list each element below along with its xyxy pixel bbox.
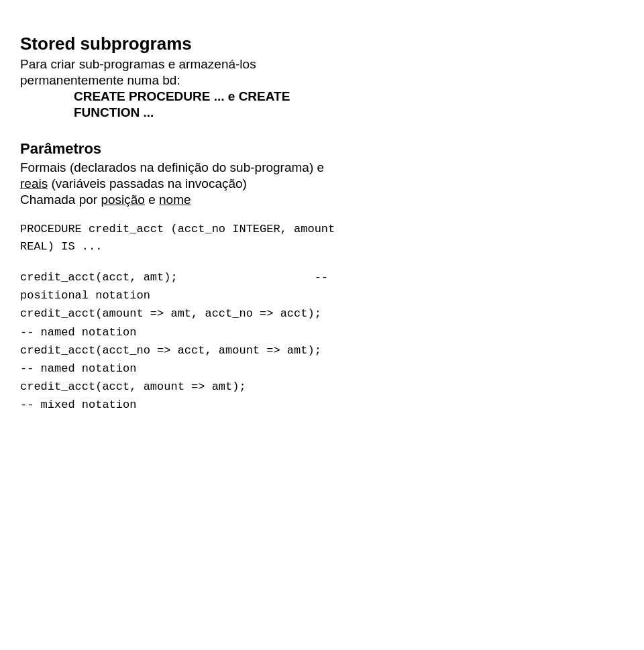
header-section: Stored subprograms Para criar sub-progra… (20, 34, 624, 120)
params-title: Parâmetros (20, 140, 624, 158)
params-line2: reais (variáveis passadas na invocação) (20, 176, 624, 191)
params-reais-label: reais (20, 176, 48, 191)
code-block-1: PROCEDURE credit_acct (acct_no INTEGER, … (20, 221, 624, 255)
main-title: Stored subprograms (20, 34, 624, 54)
subtitle-line1: Para criar sub-programas e armazená-los (20, 57, 624, 72)
params-line3: Chamada por posição e nome (20, 193, 624, 207)
cmd-line1: CREATE PROCEDURE ... e CREATE (20, 89, 624, 104)
params-line1: Formais (declarados na definição do sub-… (20, 160, 624, 175)
params-reais-suffix: (variáveis passadas na invocação) (48, 176, 247, 191)
code-block-2: credit_acct(acct, amt); -- positional no… (20, 268, 624, 415)
subtitle-line2: permanentemente numa bd: (20, 73, 624, 88)
params-e-label: e (145, 193, 159, 207)
params-section: Parâmetros Formais (declarados na defini… (20, 140, 624, 207)
cmd-line2: FUNCTION ... (20, 105, 624, 120)
params-posicao-label: posição (101, 193, 145, 207)
main-content: Stored subprograms Para criar sub-progra… (20, 34, 624, 415)
params-chamada-prefix: Chamada por (20, 193, 101, 207)
params-nome-label: nome (159, 193, 191, 207)
